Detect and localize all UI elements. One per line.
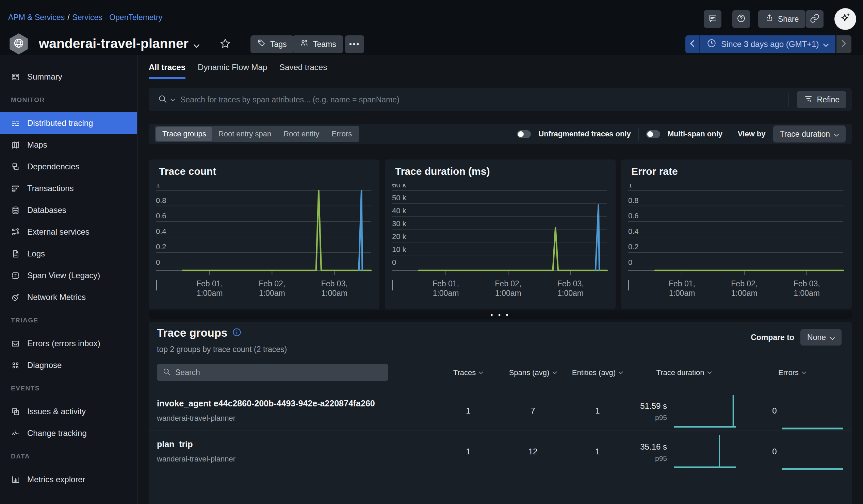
sidebar-item-logs[interactable]: Logs [0,243,137,264]
tab-saved-traces[interactable]: Saved traces [279,63,327,79]
trace-groups-search [157,364,388,381]
share-button[interactable]: Share [758,10,805,28]
svg-text:0.4: 0.4 [156,227,166,236]
column-header-spans-avg[interactable]: Spans (avg) [509,368,557,377]
chevron-down-icon [171,96,175,103]
sidebar-item-label: Span View (Legacy) [27,271,100,280]
favorite-star-icon[interactable] [219,37,232,51]
trace-view-tabs: All traces Dynamic Flow Map Saved traces [149,63,327,79]
question-mark-icon [736,14,746,25]
column-header-traces[interactable]: Traces [453,368,483,377]
breadcrumb: APM & Services/Services - OpenTelemetry [8,13,162,22]
unfragmented-traces-toggle[interactable] [517,130,531,138]
errors-value: 0 [772,447,777,456]
sidebar-item-label: Maps [27,140,47,150]
segment-root-entry-span[interactable]: Root entry span [212,127,277,141]
search-scope-selector[interactable] [149,94,175,105]
error-rate-chart[interactable]: 10.80.60.40.20Feb 01,1:00amFeb 02,1:00am… [628,184,845,307]
trace-groups-section: Trace groups Compare to None top 2 group… [149,322,852,504]
chevron-down-icon [830,333,835,342]
errors-value: 0 [772,406,777,416]
column-header-errors[interactable]: Errors [778,368,806,377]
span-view-icon [11,271,21,280]
sidebar-item-errors-inbox[interactable]: Errors (errors inbox) [0,333,137,354]
sidebar-item-diagnose[interactable]: Issues & activity Diagnose [0,354,137,376]
svg-text:0.2: 0.2 [628,243,639,251]
info-icon[interactable] [232,327,242,338]
sidebar-item-change-tracking[interactable]: Change tracking [0,422,137,444]
trace-count-chart[interactable]: 10.80.60.40.20Feb 01,1:00amFeb 02,1:00am… [156,184,372,307]
tag-icon [257,39,266,50]
svg-text:Feb 02,: Feb 02, [731,279,758,288]
service-title[interactable]: wanderai-travel-planner [39,36,200,51]
duration-value: 35.16 s [591,442,667,452]
svg-text:50 k: 50 k [392,194,407,202]
sidebar-item-external-services[interactable]: External services [0,221,137,243]
segment-trace-groups[interactable]: Trace groups [156,127,212,141]
breadcrumb-apm-services[interactable]: APM & Services [8,13,65,22]
svg-text:0: 0 [392,258,396,267]
sidebar-item-network-metrics[interactable]: Network Metrics [0,286,137,308]
search-icon [158,94,168,105]
sidebar-item-label: Summary [27,72,62,82]
time-range-selector[interactable]: Since 3 days ago (GMT+1) [700,35,836,53]
column-header-trace-duration[interactable]: Trace duration [656,368,712,377]
sidebar-item-label: Transactions [27,184,74,193]
service-name: wanderai-travel-planner [39,36,189,51]
apm-distributed-tracing-page: APM & Services/Services - OpenTelemetry … [0,0,863,504]
group-by-segmented-control: Trace groups Root entry span Root entity… [155,126,359,142]
table-row[interactable]: plan_trip wanderai-travel-planner 1 12 1… [149,430,852,471]
sidebar-item-databases[interactable]: Databases [0,199,137,221]
teams-button[interactable]: Teams [293,35,343,53]
duration-sparkline [674,393,736,429]
chart-title: Trace duration (ms) [395,166,490,177]
refine-label: Refine [817,95,839,104]
breadcrumb-services-opentelemetry[interactable]: Services - OpenTelemetry [73,13,163,22]
ai-assistant-button[interactable] [835,8,856,30]
segment-errors[interactable]: Errors [325,127,358,141]
chevron-down-icon [619,371,623,374]
table-row[interactable]: invoke_agent e44c2860-200b-4493-942e-a22… [149,390,852,430]
column-header-entities-avg[interactable]: Entities (avg) [572,368,623,377]
more-options-button[interactable]: ••• [345,35,364,53]
chevron-down-icon [193,36,200,51]
sidebar-item-transactions[interactable]: Transactions [0,178,137,199]
help-button[interactable] [732,10,750,28]
tab-all-traces[interactable]: All traces [149,63,186,79]
svg-text:60 k: 60 k [392,184,407,189]
sidebar-item-maps[interactable]: Maps [0,134,137,156]
trace-search-input[interactable] [180,95,788,104]
sidebar-item-dependencies[interactable]: Dependencies [0,156,137,178]
view-by-value: Trace duration [780,130,830,139]
svg-text:0.4: 0.4 [628,227,639,236]
svg-text:Feb 03,: Feb 03, [321,279,348,288]
refine-button[interactable]: Refine [797,91,846,108]
view-by-dropdown[interactable]: Trace duration [773,126,846,142]
sidebar-section-data: DATA [0,444,137,469]
svg-text:1: 1 [156,184,160,189]
sidebar-item-issues-activity[interactable]: Issues & activity [0,401,137,422]
sidebar-item-summary[interactable]: Summary [0,66,137,88]
charts-expander-handle[interactable]: • • • [149,311,852,319]
time-range-forward-button[interactable] [836,35,851,53]
sidebar-item-metrics-explorer[interactable]: Metrics explorer [0,469,137,490]
multi-span-toggle[interactable] [646,130,660,138]
tags-button[interactable]: Tags [250,35,294,53]
error-rate-chart-card: Error rate 10.80.60.40.20Feb 01,1:00amFe… [621,159,852,309]
transactions-icon [11,184,21,193]
time-range-back-button[interactable] [685,35,700,53]
trace-duration-chart[interactable]: 60 k50 k40 k30 k20 k10 k0Feb 01,1:00amFe… [392,184,609,307]
trace-groups-search-input[interactable] [175,368,383,377]
sidebar-item-span-view-legacy[interactable]: Span View (Legacy) [0,264,137,286]
feedback-button[interactable] [704,10,722,28]
svg-text:30 k: 30 k [392,219,407,228]
sidebar-section-monitor: MONITOR [0,88,137,112]
sidebar-item-distributed-tracing[interactable]: Distributed tracing [0,112,137,134]
copy-link-button[interactable] [806,10,824,28]
segment-root-entity[interactable]: Root entity [277,127,325,141]
tab-dynamic-flow-map[interactable]: Dynamic Flow Map [198,63,267,79]
compare-to-dropdown[interactable]: None [800,329,841,346]
sidebar-item-label: Distributed tracing [27,118,93,128]
svg-text:Feb 03,: Feb 03, [558,279,584,288]
trace-group-name: plan_trip [157,439,236,449]
